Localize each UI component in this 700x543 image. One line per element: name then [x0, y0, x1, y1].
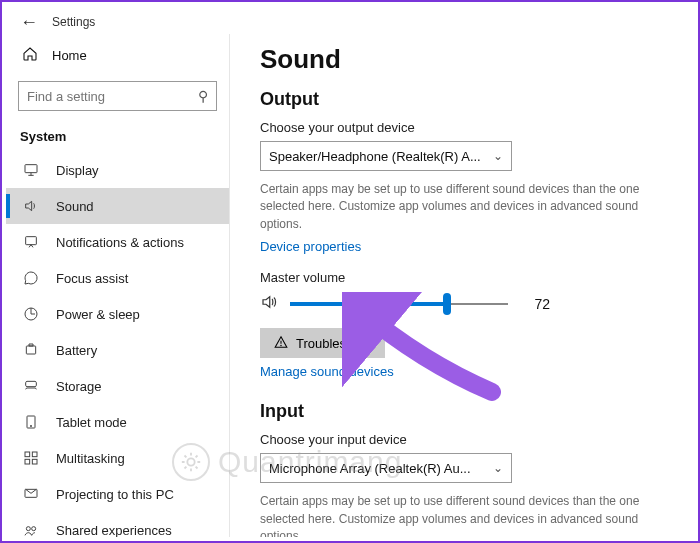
- nav-icon: [22, 413, 40, 431]
- troubleshoot-button[interactable]: Troubleshoot: [260, 328, 385, 358]
- sidebar-item-label: Tablet mode: [56, 415, 127, 430]
- svg-rect-3: [26, 346, 35, 354]
- sidebar-item-focus-assist[interactable]: Focus assist: [6, 260, 229, 296]
- input-desc: Certain apps may be set up to use differ…: [260, 493, 650, 537]
- sidebar-item-label: Display: [56, 163, 99, 178]
- sidebar-category: System: [6, 123, 229, 152]
- output-desc: Certain apps may be set up to use differ…: [260, 181, 650, 233]
- master-volume-value: 72: [520, 296, 550, 312]
- chevron-down-icon: ⌄: [493, 461, 503, 475]
- output-heading: Output: [260, 89, 666, 110]
- app-title: Settings: [52, 15, 95, 29]
- svg-rect-6: [25, 452, 30, 457]
- sidebar-item-label: Focus assist: [56, 271, 128, 286]
- output-choose-label: Choose your output device: [260, 120, 666, 135]
- svg-rect-1: [26, 237, 37, 245]
- sidebar-item-tablet-mode[interactable]: Tablet mode: [6, 404, 229, 440]
- sidebar-item-power-sleep[interactable]: Power & sleep: [6, 296, 229, 332]
- nav-icon: [22, 341, 40, 359]
- search-field[interactable]: [27, 89, 198, 104]
- output-device-value: Speaker/Headphone (Realtek(R) A...: [269, 149, 481, 164]
- svg-point-5: [30, 425, 31, 426]
- sidebar-item-storage[interactable]: Storage: [6, 368, 229, 404]
- input-device-dropdown[interactable]: Microphone Array (Realtek(R) Au... ⌄: [260, 453, 512, 483]
- sidebar-item-sound[interactable]: Sound: [6, 188, 229, 224]
- sidebar: Home ⚲ System DisplaySoundNotifications …: [6, 34, 230, 537]
- manage-sound-devices-link[interactable]: Manage sound devices: [260, 364, 394, 379]
- main-content: Sound Output Choose your output device S…: [230, 34, 694, 537]
- chevron-down-icon: ⌄: [493, 149, 503, 163]
- nav-icon: [22, 161, 40, 179]
- svg-rect-8: [25, 459, 30, 464]
- nav-icon: [22, 485, 40, 503]
- sidebar-item-label: Multitasking: [56, 451, 125, 466]
- sidebar-item-multitasking[interactable]: Multitasking: [6, 440, 229, 476]
- sidebar-item-label: Battery: [56, 343, 97, 358]
- output-device-dropdown[interactable]: Speaker/Headphone (Realtek(R) A... ⌄: [260, 141, 512, 171]
- svg-point-12: [32, 527, 36, 531]
- input-device-value: Microphone Array (Realtek(R) Au...: [269, 461, 471, 476]
- sidebar-item-label: Projecting to this PC: [56, 487, 174, 502]
- sidebar-item-label: Notifications & actions: [56, 235, 184, 250]
- sidebar-item-label: Power & sleep: [56, 307, 140, 322]
- svg-point-11: [26, 527, 30, 531]
- sidebar-item-label: Shared experiences: [56, 523, 172, 538]
- warning-icon: [274, 335, 288, 352]
- speaker-icon[interactable]: [260, 293, 278, 314]
- nav-icon: [22, 197, 40, 215]
- nav-icon: [22, 449, 40, 467]
- sidebar-home[interactable]: Home: [6, 38, 229, 73]
- nav-icon: [22, 233, 40, 251]
- svg-rect-9: [32, 459, 37, 464]
- sidebar-item-label: Sound: [56, 199, 94, 214]
- input-choose-label: Choose your input device: [260, 432, 666, 447]
- sidebar-item-notifications-actions[interactable]: Notifications & actions: [6, 224, 229, 260]
- master-volume-slider[interactable]: [290, 294, 508, 314]
- search-icon: ⚲: [198, 88, 208, 104]
- nav-icon: [22, 377, 40, 395]
- search-input[interactable]: ⚲: [18, 81, 217, 111]
- sidebar-item-projecting-to-this-pc[interactable]: Projecting to this PC: [6, 476, 229, 512]
- troubleshoot-label: Troubleshoot: [296, 336, 371, 351]
- sidebar-item-battery[interactable]: Battery: [6, 332, 229, 368]
- page-title: Sound: [260, 44, 666, 75]
- input-heading: Input: [260, 401, 666, 422]
- sidebar-home-label: Home: [52, 48, 87, 63]
- nav-icon: [22, 269, 40, 287]
- nav-icon: [22, 521, 40, 537]
- home-icon: [22, 46, 38, 65]
- output-device-properties-link[interactable]: Device properties: [260, 239, 361, 254]
- back-icon[interactable]: ←: [20, 13, 38, 31]
- sidebar-item-shared-experiences[interactable]: Shared experiences: [6, 512, 229, 537]
- nav-icon: [22, 305, 40, 323]
- svg-rect-0: [25, 165, 37, 173]
- svg-point-15: [281, 345, 282, 346]
- svg-rect-7: [32, 452, 37, 457]
- sidebar-item-label: Storage: [56, 379, 102, 394]
- master-volume-label: Master volume: [260, 270, 666, 285]
- sidebar-item-display[interactable]: Display: [6, 152, 229, 188]
